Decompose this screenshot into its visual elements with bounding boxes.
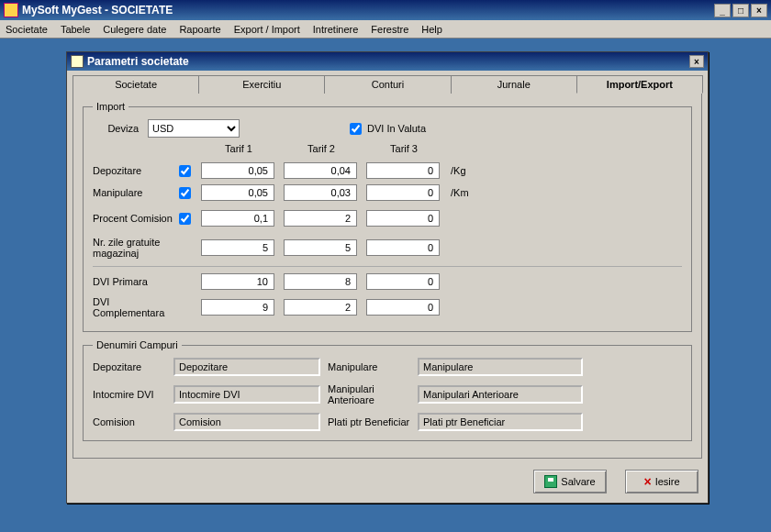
procent-t2[interactable] <box>284 210 357 227</box>
denumiri-legend: Denumiri Campuri <box>93 339 182 350</box>
depozitare-t2[interactable] <box>284 162 357 179</box>
child-title: Parametri societate <box>87 55 189 68</box>
dc-depozitare-label: Depozitare <box>93 361 166 372</box>
dvi-comp-t1[interactable] <box>201 299 274 316</box>
depozitare-checkbox[interactable] <box>179 165 191 177</box>
tabs-row: Societate Exercitiu Conturi Jurnale Impo… <box>67 71 708 93</box>
menubar: Societate Tabele Culegere date Rapoarte … <box>0 20 771 39</box>
dvi-primara-t1[interactable] <box>201 273 274 290</box>
child-window: Parametri societate × Societate Exerciti… <box>66 51 709 504</box>
dvi-comp-t2[interactable] <box>284 299 357 316</box>
deviza-select[interactable]: USD <box>148 119 240 138</box>
close-icon: × <box>643 475 651 488</box>
row-magazinaj: Nr. zile gratuite magazinaj <box>93 233 682 262</box>
dvi-in-valuta-checkbox[interactable] <box>350 123 362 135</box>
manipulare-t3[interactable] <box>366 184 440 201</box>
tab-panel-import-export: Import Deviza USD DVI In Valuta <box>73 93 702 459</box>
dc-intocmire-label: Intocmire DVI <box>93 389 166 400</box>
dc-manip-ant-input[interactable] <box>418 385 583 404</box>
dvi-in-valuta-label: DVI In Valuta <box>367 123 426 134</box>
menu-rapoarte[interactable]: Rapoarte <box>179 24 220 35</box>
tab-exercitiu[interactable]: Exercitiu <box>198 75 325 94</box>
tab-import-export[interactable]: Import/Export <box>576 75 703 94</box>
menu-help[interactable]: Help <box>421 24 442 35</box>
menu-ferestre[interactable]: Ferestre <box>371 24 408 35</box>
dvi-primara-t3[interactable] <box>366 273 440 290</box>
manipulare-checkbox[interactable] <box>179 187 191 199</box>
app-title: MySoft MyGest - SOCIETATE <box>22 4 173 17</box>
header-tarif3: Tarif 3 <box>363 143 445 160</box>
app-titlebar: MySoft MyGest - SOCIETATE _ □ × <box>0 0 771 20</box>
dc-manip-ant-label: Manipulari Anterioare <box>328 383 410 405</box>
maximize-button[interactable]: □ <box>732 4 749 17</box>
dc-comision-label: Comision <box>93 416 166 427</box>
magazinaj-t1[interactable] <box>201 239 274 256</box>
row-procent: Procent Comision <box>93 204 682 233</box>
save-button[interactable]: Salvare <box>533 470 607 493</box>
row-depozitare: Depozitare /Kg <box>93 160 682 182</box>
tariff-table: Tarif 1 Tarif 2 Tarif 3 Depozitare /Kg <box>93 143 682 322</box>
mdi-area: Parametri societate × Societate Exerciti… <box>0 39 771 532</box>
save-icon <box>544 475 557 488</box>
dc-manipulare-input[interactable] <box>418 358 583 376</box>
dc-plati-input[interactable] <box>418 413 583 431</box>
menu-societate[interactable]: Societate <box>6 24 48 35</box>
denumiri-fieldset: Denumiri Campuri Depozitare Manipulare I… <box>83 339 692 441</box>
menu-export[interactable]: Export / Import <box>234 24 300 35</box>
depozitare-t1[interactable] <box>201 162 274 179</box>
dvi-primara-t2[interactable] <box>284 273 357 290</box>
manipulare-t2[interactable] <box>284 184 357 201</box>
row-dvi-comp: DVI Complementara <box>93 293 682 322</box>
button-row: Salvare × Iesire <box>67 464 708 503</box>
menu-culegere[interactable]: Culegere date <box>103 24 166 35</box>
header-tarif2: Tarif 2 <box>280 143 363 160</box>
import-fieldset: Import Deviza USD DVI In Valuta <box>83 101 692 332</box>
manipulare-t1[interactable] <box>201 184 274 201</box>
magazinaj-t3[interactable] <box>366 239 440 256</box>
dvi-comp-t3[interactable] <box>366 299 440 316</box>
procent-t3[interactable] <box>366 210 440 227</box>
depozitare-t3[interactable] <box>366 162 440 179</box>
dc-plati-label: Plati ptr Beneficiar <box>328 416 410 427</box>
row-dvi-primara: DVI Primara <box>93 271 682 293</box>
procent-checkbox[interactable] <box>179 213 191 225</box>
app-icon <box>4 3 18 17</box>
exit-button[interactable]: × Iesire <box>625 470 698 493</box>
header-tarif1: Tarif 1 <box>197 143 280 160</box>
minimize-button[interactable]: _ <box>714 4 731 17</box>
menu-tabele[interactable]: Tabele <box>61 24 90 35</box>
child-close-button[interactable]: × <box>689 55 704 68</box>
close-button[interactable]: × <box>751 4 767 17</box>
row-manipulare: Manipulare /Km <box>93 182 682 204</box>
procent-t1[interactable] <box>201 210 274 227</box>
magazinaj-t2[interactable] <box>284 239 357 256</box>
form-icon <box>71 55 84 68</box>
import-legend: Import <box>93 101 128 112</box>
tab-jurnale[interactable]: Jurnale <box>451 75 577 94</box>
deviza-label: Deviza <box>93 123 148 134</box>
dc-intocmire-input[interactable] <box>173 385 320 404</box>
tab-societate[interactable]: Societate <box>73 75 199 94</box>
dc-comision-input[interactable] <box>173 413 320 431</box>
child-titlebar: Parametri societate × <box>67 52 708 71</box>
dc-depozitare-input[interactable] <box>173 358 320 376</box>
dc-manipulare-label: Manipulare <box>328 361 410 372</box>
tab-conturi[interactable]: Conturi <box>324 75 451 94</box>
menu-intretinere[interactable]: Intretinere <box>313 24 359 35</box>
